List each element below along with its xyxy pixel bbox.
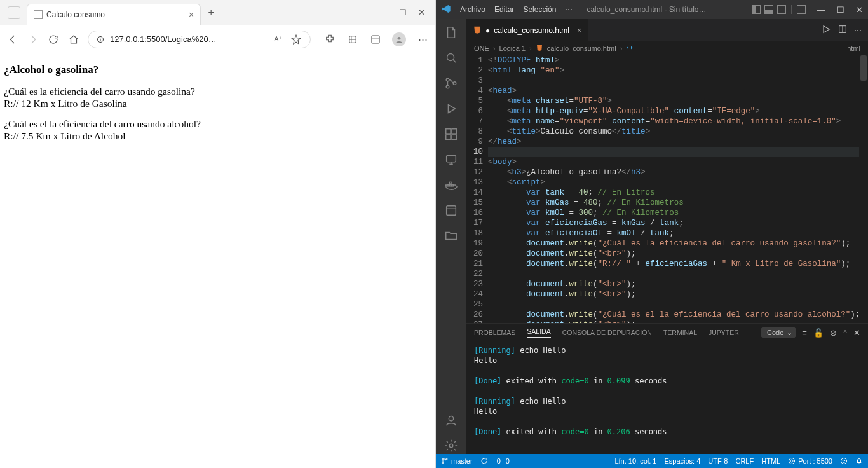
vscode-minimize-button[interactable]: — [817, 5, 825, 15]
status-spaces[interactable]: Espacios: 4 [664, 457, 700, 465]
maximize-panel-icon[interactable]: ^ [843, 328, 847, 338]
bc-item[interactable]: html [847, 45, 860, 52]
browser-window-controls: — ☐ ✕ [379, 8, 431, 17]
page-q1: ¿Cuál es la eficiencia del carro usando … [4, 85, 431, 97]
close-tab-icon[interactable]: × [189, 10, 194, 20]
out-exit: exited with [506, 427, 557, 436]
filter-icon[interactable]: ≡ [802, 328, 807, 338]
menu-overflow[interactable]: ⋯ [565, 5, 573, 14]
clear-output-icon[interactable]: ⊘ [830, 328, 837, 338]
bc-item[interactable]: Logica 1 [499, 45, 526, 52]
svg-point-27 [843, 460, 843, 461]
status-sync[interactable] [480, 457, 488, 465]
menu-selection[interactable]: Selección [523, 5, 556, 14]
bc-item[interactable]: calculo_consumo.html [547, 45, 616, 52]
status-cursor-pos[interactable]: Lín. 10, col. 1 [614, 457, 656, 465]
panel-tab-output[interactable]: SALIDA [527, 327, 550, 338]
collections-icon[interactable] [346, 33, 359, 46]
home-button[interactable] [67, 33, 80, 46]
close-window-button[interactable]: ✕ [418, 8, 425, 17]
out-cmd: echo Hello [520, 397, 566, 406]
profile-avatar[interactable] [392, 32, 406, 46]
status-problems[interactable]: 0 0 [496, 457, 510, 465]
folder-icon[interactable] [443, 228, 459, 244]
run-debug-icon[interactable] [443, 100, 459, 117]
search-icon[interactable] [443, 50, 459, 66]
run-icon[interactable] [821, 24, 831, 36]
panel-tab-problems[interactable]: PROBLEMAS [474, 329, 515, 336]
menu-edit[interactable]: Editar [494, 5, 514, 14]
layout-right-icon[interactable] [777, 5, 786, 14]
site-info-icon[interactable] [96, 35, 105, 44]
extensions-icon[interactable] [323, 33, 336, 46]
back-button[interactable] [6, 33, 19, 46]
vscode-maximize-button[interactable]: ☐ [837, 5, 844, 15]
layout-customize-icon[interactable] [797, 5, 806, 14]
close-panel-icon[interactable]: ✕ [853, 328, 860, 338]
browser-tab-bar: Calculo consumo × + — ☐ ✕ [0, 0, 435, 25]
favorite-icon[interactable] [290, 33, 302, 46]
panel-tab-terminal[interactable]: TERMINAL [663, 329, 697, 336]
read-aloud-icon[interactable]: A⁺ [272, 33, 285, 46]
svg-point-21 [442, 458, 444, 460]
status-encoding[interactable]: UTF-8 [708, 457, 728, 465]
status-language[interactable]: HTML [761, 457, 780, 465]
panel-tab-debugconsole[interactable]: CONSOLA DE DEPURACIÓN [562, 329, 652, 336]
editor-tab[interactable]: ● calculo_consumo.html × [466, 19, 588, 41]
layout-bottom-icon[interactable] [764, 5, 773, 14]
accounts-icon[interactable] [443, 412, 459, 429]
code-content[interactable]: <!DOCTYPE html> <html lang="en"> <head> … [488, 55, 859, 323]
breadcrumbs[interactable]: ONE › Logica 1 › calculo_consumo.html › … [466, 41, 868, 55]
split-editor-icon[interactable] [837, 24, 848, 36]
settings-gear-icon[interactable] [443, 437, 459, 454]
close-editor-tab-icon[interactable]: × [577, 26, 581, 35]
extensions-icon[interactable] [443, 126, 459, 142]
tab-actions-icon[interactable] [8, 6, 20, 19]
bc-item[interactable]: ONE [474, 45, 489, 52]
page-a1: R:// 12 Km x Litro de Gasolina [4, 97, 431, 109]
refresh-button[interactable] [47, 33, 60, 46]
source-control-icon[interactable] [443, 75, 459, 92]
svg-rect-12 [447, 156, 456, 162]
chevron-right-icon: › [493, 45, 496, 52]
code-editor[interactable]: 1234567891011121314151617181920212223242… [466, 55, 868, 323]
layout-left-icon[interactable] [752, 5, 761, 14]
svg-rect-11 [452, 135, 456, 139]
lock-scroll-icon[interactable]: 🔓 [813, 328, 824, 338]
forward-button[interactable] [27, 33, 39, 46]
remote-icon[interactable] [443, 151, 459, 168]
maximize-button[interactable]: ☐ [399, 8, 407, 17]
svg-point-5 [446, 78, 449, 81]
url-input[interactable]: 127.0.0.1:5500/Logica%20… A⁺ [88, 31, 311, 48]
more-icon[interactable]: ⋯ [416, 33, 429, 46]
minimize-button[interactable]: — [379, 8, 388, 17]
url-text: 127.0.0.1:5500/Logica%20… [110, 34, 217, 44]
output-body[interactable]: [Running] echo Hello Hello [Done] exited… [466, 341, 868, 454]
status-feedback-icon[interactable] [840, 457, 848, 465]
status-bell-icon[interactable] [855, 457, 863, 465]
browser-essentials-icon[interactable] [369, 33, 382, 46]
html-file-icon [473, 25, 482, 36]
out-line: Hello [474, 355, 860, 366]
status-liveserver[interactable]: Port : 5500 [788, 457, 832, 465]
status-bar: master 0 0 Lín. 10, col. 1 Espacios: 4 U… [436, 454, 868, 468]
toolbar-right: ⋯ [318, 32, 429, 46]
menu-file[interactable]: Archivo [460, 5, 485, 14]
out-in: in [593, 376, 602, 385]
svg-rect-10 [446, 135, 451, 139]
panel-tab-jupyter[interactable]: JUPYTER [709, 329, 739, 336]
vscode-body: ● calculo_consumo.html × ⋯ ONE › Logica … [436, 19, 868, 454]
status-eol[interactable]: CRLF [735, 457, 754, 465]
docker-icon[interactable] [443, 177, 459, 193]
more-actions-icon[interactable]: ⋯ [854, 26, 862, 35]
live-preview-icon[interactable] [443, 202, 459, 219]
new-tab-button[interactable]: + [203, 5, 219, 20]
output-channel-select[interactable]: Code [761, 327, 796, 338]
dirty-indicator-icon: ● [485, 26, 490, 35]
status-branch[interactable]: master [441, 457, 473, 465]
vscode-close-button[interactable]: ✕ [856, 5, 863, 15]
editor-scrollbar[interactable] [859, 55, 868, 323]
explorer-icon[interactable] [443, 24, 459, 41]
browser-tab[interactable]: Calculo consumo × [27, 4, 201, 25]
scrollbar-thumb[interactable] [860, 55, 867, 81]
